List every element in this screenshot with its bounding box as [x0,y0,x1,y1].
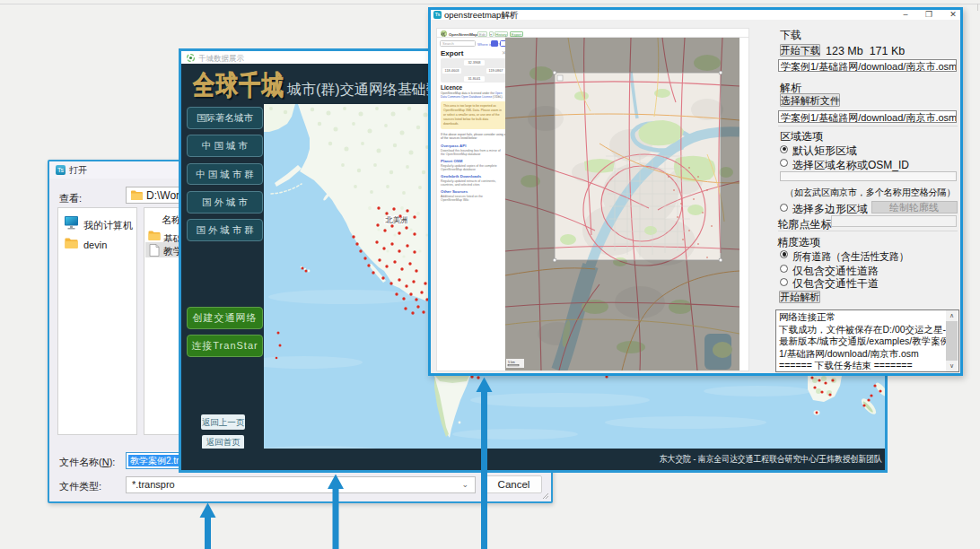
svg-text:5 km: 5 km [508,361,515,364]
svg-text:北美洲: 北美洲 [385,215,408,224]
